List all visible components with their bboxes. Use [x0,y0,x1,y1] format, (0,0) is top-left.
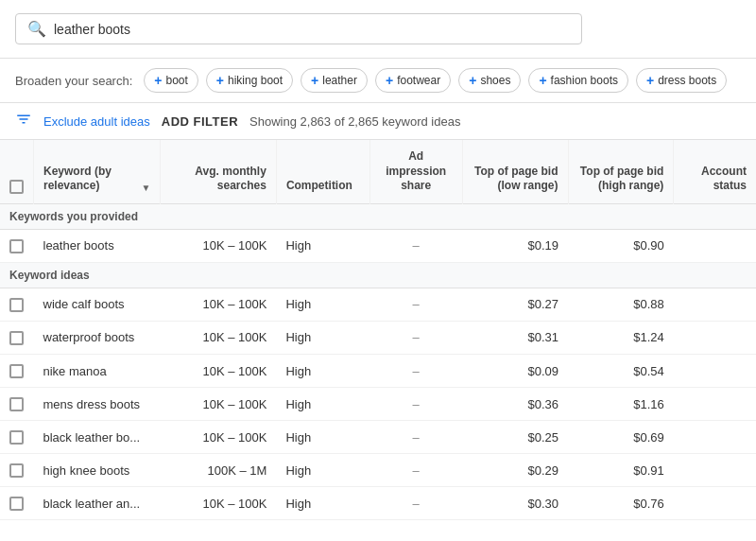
row-bid-high: $0.69 [568,421,674,454]
plus-icon: + [216,73,224,88]
header-bid-low: Top of page bid (low range) [462,140,568,203]
keyword-table-wrap: Keyword (by relevance) ▼ Avg. monthly se… [0,140,756,520]
row-checkbox[interactable] [0,229,34,262]
plus-icon: + [386,73,393,88]
header-bid-high: Top of page bid (high range) [568,140,674,203]
row-checkbox[interactable] [0,388,34,421]
chip-hiking-boot[interactable]: + hiking boot [206,68,293,93]
row-competition: High [276,321,369,354]
filter-section: Exclude adult ideas ADD FILTER Showing 2… [0,103,756,140]
chip-shoes[interactable]: + shoes [458,68,521,93]
row-bid-high: $1.16 [568,388,674,421]
row-keyword: waterproof boots [34,321,161,354]
row-keyword: nike manoa [34,354,161,387]
row-checkbox[interactable] [0,421,34,454]
row-bid-low: $0.27 [462,288,568,321]
row-account [674,229,756,262]
search-icon: 🔍 [27,20,46,38]
row-monthly: 10K – 100K [161,487,277,520]
row-checkbox[interactable] [0,321,34,354]
table-row: wide calf boots 10K – 100K High – $0.27 … [0,288,756,321]
table-row: black leather an... 10K – 100K High – $0… [0,487,756,520]
row-impression: – [369,354,462,387]
row-monthly: 10K – 100K [161,421,277,454]
row-bid-low: $0.29 [462,454,568,487]
row-competition: High [276,454,369,487]
plus-icon: + [311,73,318,88]
row-bid-high: $1.24 [568,321,674,354]
row-competition: High [276,354,369,387]
chip-leather[interactable]: + leather [301,68,368,93]
filter-count-text: Showing 2,863 of 2,865 keyword ideas [249,114,460,129]
row-account [674,354,756,387]
row-impression: – [369,421,462,454]
row-keyword: black leather an... [34,487,161,520]
header-account: Account status [674,140,756,203]
add-filter-button[interactable]: ADD FILTER [162,114,238,129]
search-input[interactable] [54,22,570,37]
chip-footwear[interactable]: + footwear [375,68,451,93]
row-impression: – [369,229,462,262]
row-impression: – [369,388,462,421]
row-impression: – [369,454,462,487]
row-bid-high: $0.54 [568,354,674,387]
row-bid-low: $0.25 [462,421,568,454]
row-competition: High [276,421,369,454]
exclude-adult-link[interactable]: Exclude adult ideas [43,114,150,129]
table-row: high knee boots 100K – 1M High – $0.29 $… [0,454,756,487]
table-row: leather boots 10K – 100K High – $0.19 $0… [0,229,756,262]
row-checkbox[interactable] [0,288,34,321]
header-checkbox[interactable] [0,140,34,203]
row-bid-high: $0.76 [568,487,674,520]
row-bid-low: $0.19 [462,229,568,262]
row-checkbox[interactable] [0,487,34,520]
row-impression: – [369,487,462,520]
chip-label: hiking boot [228,74,283,87]
plus-icon: + [154,73,162,88]
header-keyword[interactable]: Keyword (by relevance) ▼ [34,140,161,203]
table-row: black leather bo... 10K – 100K High – $0… [0,421,756,454]
row-monthly: 10K – 100K [161,354,277,387]
row-bid-low: $0.09 [462,354,568,387]
header-monthly: Avg. monthly searches [161,140,277,203]
row-account [674,288,756,321]
row-impression: – [369,288,462,321]
chip-fashion-boots[interactable]: + fashion boots [528,68,628,93]
plus-icon: + [539,73,546,88]
chip-label: boot [165,74,187,87]
row-bid-high: $0.90 [568,229,674,262]
chip-boot[interactable]: + boot [144,68,198,93]
row-account [674,321,756,354]
chip-label: leather [322,74,357,87]
row-monthly: 10K – 100K [161,388,277,421]
chip-dress-boots[interactable]: + dress boots [636,68,727,93]
row-checkbox[interactable] [0,354,34,387]
row-bid-low: $0.36 [462,388,568,421]
select-all-checkbox[interactable] [9,180,24,194]
section-provided-label: Keywords you provided [0,203,756,229]
row-keyword: high knee boots [34,454,161,487]
row-account [674,388,756,421]
row-competition: High [276,229,369,262]
sort-icon: ▼ [141,182,150,194]
plus-icon: + [469,73,476,88]
row-monthly: 10K – 100K [161,288,277,321]
section-ideas-label: Keyword ideas [0,262,756,288]
row-competition: High [276,388,369,421]
plus-icon: + [646,73,654,88]
broaden-label: Broaden your search: [15,74,132,88]
chip-label: fashion boots [551,74,618,87]
row-keyword: wide calf boots [34,288,161,321]
table-row: nike manoa 10K – 100K High – $0.09 $0.54 [0,354,756,387]
row-bid-low: $0.30 [462,487,568,520]
search-bar[interactable]: 🔍 [15,13,582,44]
table-row: mens dress boots 10K – 100K High – $0.36… [0,388,756,421]
row-competition: High [276,487,369,520]
chip-label: dress boots [658,74,716,87]
row-bid-low: $0.31 [462,321,568,354]
row-impression: – [369,321,462,354]
row-checkbox[interactable] [0,454,34,487]
table-row: waterproof boots 10K – 100K High – $0.31… [0,321,756,354]
row-keyword: black leather bo... [34,421,161,454]
header-impression: Ad impression share [369,140,462,203]
